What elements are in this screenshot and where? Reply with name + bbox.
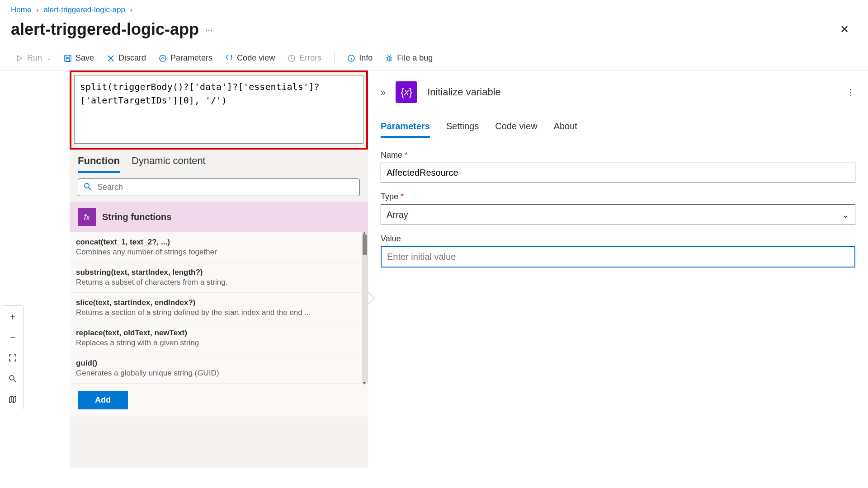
save-icon xyxy=(64,54,72,62)
more-icon[interactable]: ··· xyxy=(205,24,213,35)
action-more-icon[interactable]: ⋮ xyxy=(846,87,855,98)
collapse-icon[interactable]: » xyxy=(381,87,386,98)
search-input[interactable] xyxy=(97,183,354,192)
fn-signature: guid() xyxy=(76,359,362,368)
function-list: concat(text_1, text_2?, ...) Combines an… xyxy=(70,232,368,384)
chevron-right-icon: › xyxy=(36,5,39,14)
play-icon xyxy=(15,54,24,62)
save-button[interactable]: Save xyxy=(57,52,100,65)
chevron-down-icon: ⌄ xyxy=(842,209,849,220)
fn-slice[interactable]: slice(text, startIndex, endIndex?) Retur… xyxy=(70,293,368,323)
zoom-in-button[interactable]: ＋ xyxy=(2,306,23,327)
zoom-out-button[interactable]: － xyxy=(2,327,23,347)
errors-button[interactable]: Errors xyxy=(281,52,328,65)
codeview-label: Code view xyxy=(237,53,275,63)
save-label: Save xyxy=(75,53,94,63)
fn-signature: concat(text_1, text_2?, ...) xyxy=(76,238,362,247)
category-string-functions[interactable]: fx String functions xyxy=(70,202,368,232)
discard-label: Discard xyxy=(118,53,146,63)
parameters-icon xyxy=(159,54,167,62)
type-label: Type * xyxy=(381,192,855,202)
errors-label: Errors xyxy=(299,53,321,63)
fn-description: Returns a subset of characters from a st… xyxy=(76,278,362,287)
type-value: Array xyxy=(387,210,408,220)
value-label: Value xyxy=(381,234,855,244)
scrollbar[interactable]: ▲ ▼ xyxy=(362,232,368,384)
page-header: alert-triggered-logic-app ··· ✕ xyxy=(0,18,868,48)
search-icon xyxy=(84,183,92,192)
separator xyxy=(334,52,335,64)
expression-editor-panel: Function Dynamic content fx String funct… xyxy=(70,70,368,468)
breadcrumb-home[interactable]: Home xyxy=(11,5,31,14)
minimap-button[interactable] xyxy=(2,389,23,410)
chevron-right-icon: › xyxy=(130,5,133,14)
add-expression-button[interactable]: Add xyxy=(78,391,128,409)
svg-point-7 xyxy=(85,183,89,188)
action-title: Initialize variable xyxy=(427,86,836,98)
svg-point-6 xyxy=(9,375,14,380)
page-title: alert-triggered-logic-app xyxy=(11,20,199,39)
breadcrumb: Home › alert-triggered-logic-app › xyxy=(0,0,868,18)
fn-description: Replaces a string with a given string xyxy=(76,338,362,347)
breadcrumb-app[interactable]: alert-triggered-logic-app xyxy=(44,5,125,14)
expression-box-highlight xyxy=(70,70,368,150)
tab-parameters[interactable]: Parameters xyxy=(381,121,430,138)
fn-signature: substring(text, startIndex, length?) xyxy=(76,268,362,277)
panel-connector-icon xyxy=(368,292,375,305)
parameters-button[interactable]: Parameters xyxy=(152,52,219,65)
tab-about[interactable]: About xyxy=(554,121,577,138)
parameters-label: Parameters xyxy=(170,53,212,63)
scroll-down-icon[interactable]: ▼ xyxy=(362,380,367,385)
search-canvas-button[interactable] xyxy=(2,368,23,389)
value-field[interactable] xyxy=(381,246,855,267)
run-label: Run xyxy=(27,53,42,63)
category-label: String functions xyxy=(102,212,171,222)
fn-signature: slice(text, startIndex, endIndex?) xyxy=(76,298,362,307)
tab-dynamic-content[interactable]: Dynamic content xyxy=(132,155,206,173)
info-button[interactable]: Info xyxy=(341,52,379,65)
name-field[interactable] xyxy=(381,163,855,183)
info-icon xyxy=(347,54,355,62)
action-tabs: Parameters Settings Code view About xyxy=(381,121,855,138)
function-search[interactable] xyxy=(78,178,360,196)
close-icon[interactable]: ✕ xyxy=(840,23,849,36)
variable-icon: {x} xyxy=(396,81,417,103)
fn-replace[interactable]: replace(text, oldText, newText) Replaces… xyxy=(70,323,368,353)
braces-icon xyxy=(225,54,233,62)
fn-concat[interactable]: concat(text_1, text_2?, ...) Combines an… xyxy=(70,232,368,263)
fn-substring[interactable]: substring(text, startIndex, length?) Ret… xyxy=(70,263,368,293)
fn-guid[interactable]: guid() Generates a globally unique strin… xyxy=(70,353,368,384)
tab-code-view[interactable]: Code view xyxy=(495,121,537,138)
filebug-label: File a bug xyxy=(397,53,433,63)
x-icon xyxy=(107,54,115,62)
file-bug-button[interactable]: File a bug xyxy=(379,52,439,65)
canvas-rail: ＋ － xyxy=(0,70,25,468)
toolbar: Run ⌄ Save Discard Parameters Code view … xyxy=(0,48,868,70)
svg-rect-1 xyxy=(66,59,70,61)
error-icon xyxy=(288,54,296,62)
tab-function[interactable]: Function xyxy=(78,155,120,173)
discard-button[interactable]: Discard xyxy=(100,52,152,65)
info-label: Info xyxy=(359,53,373,63)
fx-icon: fx xyxy=(78,208,96,226)
chevron-down-icon: ⌄ xyxy=(47,55,51,61)
code-view-button[interactable]: Code view xyxy=(219,52,281,65)
name-label: Name * xyxy=(381,150,855,160)
run-button[interactable]: Run ⌄ xyxy=(9,52,57,65)
fn-signature: replace(text, oldText, newText) xyxy=(76,328,362,338)
svg-point-2 xyxy=(160,55,166,61)
fit-screen-button[interactable] xyxy=(2,347,23,368)
action-panel: » {x} Initialize variable ⋮ Parameters S… xyxy=(368,70,868,468)
bug-icon xyxy=(385,54,393,62)
scroll-thumb[interactable] xyxy=(363,235,367,255)
expression-tabs: Function Dynamic content xyxy=(70,150,368,173)
tab-settings[interactable]: Settings xyxy=(446,121,479,138)
fn-description: Returns a section of a string defined by… xyxy=(76,308,362,317)
svg-rect-0 xyxy=(65,55,71,61)
fn-description: Combines any number of strings together xyxy=(76,248,362,257)
expression-input[interactable] xyxy=(74,75,363,144)
fn-description: Generates a globally unique string (GUID… xyxy=(76,369,362,378)
type-select[interactable]: Array ⌄ xyxy=(381,204,855,225)
